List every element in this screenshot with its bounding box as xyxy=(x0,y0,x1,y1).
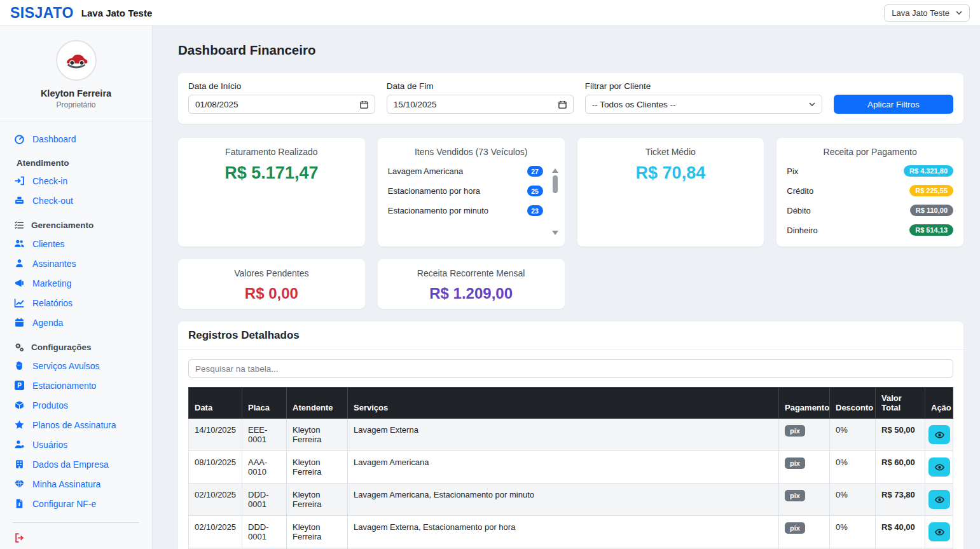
end-date-value[interactable] xyxy=(394,100,558,109)
payment-method-badge: pix xyxy=(785,490,805,501)
scroll-up-icon[interactable] xyxy=(552,168,558,173)
col-header-desconto: Desconto xyxy=(830,388,876,419)
cell-data: 02/10/2025 xyxy=(189,484,242,516)
scroll-down-icon[interactable] xyxy=(552,231,558,235)
sidebar-item-logout[interactable] xyxy=(8,528,144,548)
sold-item: Lavagem Americana 27 xyxy=(388,166,543,177)
table-row: 02/10/2025 DDD-0001 Kleyton Ferreira Lav… xyxy=(189,516,953,548)
sidebar-item-checkin[interactable]: Check-in xyxy=(8,171,144,191)
sidebar-item-dados-empresa[interactable]: Dados da Empresa xyxy=(8,454,144,474)
sidebar-item-produtos[interactable]: Produtos xyxy=(8,395,144,415)
company-name: Lava Jato Teste xyxy=(81,8,152,18)
card-receita-pagamento: Receita por Pagamento Pix R$ 4.321,80 Cr… xyxy=(776,138,963,247)
cell-atendente: Kleyton Ferreira xyxy=(287,451,348,484)
start-date-input[interactable] xyxy=(188,95,375,114)
sidebar-item-assinantes[interactable]: Assinantes xyxy=(8,254,144,273)
view-record-button[interactable] xyxy=(928,522,950,541)
apply-filters-button[interactable]: Aplicar Filtros xyxy=(834,95,953,114)
cell-valor-total: R$ 40,00 xyxy=(876,516,925,548)
table-search-input[interactable] xyxy=(195,364,946,374)
sidebar-item-label: Agenda xyxy=(32,318,63,328)
user-name: Kleyton Ferreira xyxy=(6,88,146,98)
sidebar-item-label: Check-out xyxy=(32,196,73,206)
top-navbar: SISJATO Lava Jato Teste Lava Jato Teste xyxy=(0,0,980,26)
end-date-label: Data de Fim xyxy=(387,81,574,91)
cell-desconto: 0% xyxy=(830,516,876,548)
sidebar-item-clientes[interactable]: Clientes xyxy=(8,234,144,254)
filter-end-date: Data de Fim xyxy=(387,81,574,114)
cell-desconto: 0% xyxy=(830,484,876,516)
ticket-medio-value: R$ 70,84 xyxy=(588,163,754,183)
cash-register-icon xyxy=(14,195,25,206)
receita-recorrente-value: R$ 1.209,00 xyxy=(388,285,555,302)
cell-acao xyxy=(925,419,953,451)
payment-row: Débito R$ 110,00 xyxy=(787,205,953,216)
card-title: Valores Pendentes xyxy=(188,268,355,278)
cell-servicos: Lavagem Americana, Estacionamento por mi… xyxy=(348,484,779,516)
building-icon xyxy=(14,459,25,470)
star-icon xyxy=(14,419,25,430)
scrollbar-thumb[interactable] xyxy=(553,175,558,193)
sold-item: Estacionamento por minuto 23 xyxy=(388,205,543,216)
view-record-button[interactable] xyxy=(928,490,950,509)
card-title: Receita por Pagamento xyxy=(787,147,953,157)
logout-icon xyxy=(14,532,25,543)
cell-acao xyxy=(925,516,953,548)
person-icon xyxy=(14,258,25,269)
sidebar-item-dashboard[interactable]: Dashboard xyxy=(8,129,144,149)
cell-atendente: Kleyton Ferreira xyxy=(287,516,348,548)
chevron-down-icon xyxy=(809,101,815,107)
end-date-input[interactable] xyxy=(387,95,574,114)
sidebar-divider xyxy=(13,522,139,523)
sidebar-item-relatorios[interactable]: Relatórios xyxy=(8,293,144,313)
payment-amount-badge: R$ 514,13 xyxy=(909,224,953,236)
tenant-selector[interactable]: Lava Jato Teste xyxy=(884,4,970,22)
table-search[interactable] xyxy=(188,359,953,378)
sidebar-item-minha-assinatura[interactable]: Minha Assinatura xyxy=(8,474,144,494)
payment-method-badge: pix xyxy=(785,458,805,469)
eye-icon xyxy=(934,462,945,473)
card-title: Itens Vendidos (73 Veículos) xyxy=(388,147,555,157)
sidebar: Kleyton Ferreira Proprietário Dashboard … xyxy=(0,26,153,549)
count-badge: 23 xyxy=(527,205,543,216)
card-itens-vendidos: Itens Vendidos (73 Veículos) Lavagem Ame… xyxy=(378,138,565,247)
page-title: Dashboard Financeiro xyxy=(178,43,963,58)
cell-desconto: 0% xyxy=(830,419,876,451)
cell-atendente: Kleyton Ferreira xyxy=(287,484,348,516)
calendar-icon xyxy=(558,100,567,109)
sidebar-item-servicos-avulsos[interactable]: Serviços Avulsos xyxy=(8,356,144,376)
eye-icon xyxy=(934,430,945,440)
card-ticket-medio: Ticket Médio R$ 70,84 xyxy=(577,138,764,247)
section-label: Configurações xyxy=(31,342,92,352)
col-header-valor-total: Valor Total xyxy=(876,388,925,419)
sidebar-item-estacionamento[interactable]: P Estacionamento xyxy=(8,376,144,395)
payment-amount-badge: R$ 4.321,80 xyxy=(904,165,953,177)
sidebar-item-planos[interactable]: Planos de Assinatura xyxy=(8,415,144,435)
cell-pagamento: pix xyxy=(779,516,830,548)
col-header-atendente: Atendente xyxy=(287,388,348,419)
sidebar-item-agenda[interactable]: Agenda xyxy=(8,313,144,332)
cell-placa: EEE-0001 xyxy=(242,419,287,451)
sidebar-item-marketing[interactable]: Marketing xyxy=(8,273,144,293)
count-badge: 27 xyxy=(527,166,543,177)
sidebar-item-label: Clientes xyxy=(32,239,65,249)
sidebar-item-usuarios[interactable]: Usuários xyxy=(8,435,144,454)
payment-label: Dinheiro xyxy=(787,226,817,235)
faturamento-value: R$ 5.171,47 xyxy=(188,163,355,183)
sidebar-item-checkout[interactable]: Check-out xyxy=(8,191,144,210)
table-section-body: Data Placa Atendente Serviços Pagamento … xyxy=(178,350,963,549)
view-record-button[interactable] xyxy=(928,425,950,444)
cell-pagamento: pix xyxy=(779,451,830,484)
start-date-value[interactable] xyxy=(195,100,360,109)
sidebar-item-label: Planos de Assinatura xyxy=(32,420,116,430)
sidebar-item-label: Dados da Empresa xyxy=(32,459,109,470)
sidebar-item-configurar-nfe[interactable]: Configurar NF-e xyxy=(8,494,144,513)
table-row: 14/10/2025 EEE-0001 Kleyton Ferreira Lav… xyxy=(189,419,953,451)
count-badge: 25 xyxy=(527,186,543,196)
view-record-button[interactable] xyxy=(928,458,950,477)
payment-label: Crédito xyxy=(787,186,813,196)
client-select[interactable]: -- Todos os Clientes -- xyxy=(585,95,822,114)
list-scrollbar[interactable] xyxy=(552,168,558,235)
sidebar-item-label: Usuários xyxy=(32,440,67,450)
cell-servicos: Lavagem Americana xyxy=(348,451,779,484)
